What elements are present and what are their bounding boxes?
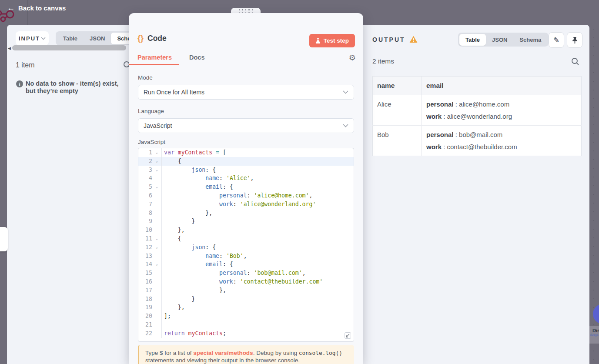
editor-label: JavaScript — [138, 139, 165, 145]
editor-hint-callout: Type $ for a list of special vars/method… — [138, 345, 354, 364]
code-line-20[interactable]: 20]; — [138, 312, 354, 321]
pin-data-button[interactable] — [567, 32, 582, 48]
code-line-5[interactable]: 5⌄ email: { — [138, 183, 354, 191]
code-text: json: { — [162, 166, 216, 174]
code-text: email: { — [162, 183, 233, 191]
code-line-4[interactable]: 4 name: 'Alice', — [138, 174, 354, 183]
line-number: 16 — [138, 277, 152, 286]
code-text: work: 'alice@wonderland.org' — [162, 200, 316, 209]
line-number: 6 — [138, 191, 152, 200]
code-text: return myContacts; — [162, 329, 226, 338]
output-tab-table[interactable]: Table — [459, 34, 486, 46]
code-line-22[interactable]: 22return myContacts; — [138, 329, 354, 338]
input-tab-json[interactable]: JSON — [84, 33, 111, 44]
cell-email: personal : bob@mail.comwork : contact@th… — [422, 126, 582, 156]
code-line-15[interactable]: 15 personal: 'bob@mail.com', — [138, 269, 354, 277]
node-title[interactable]: Code — [147, 34, 167, 43]
fold-gutter — [152, 269, 161, 277]
code-line-7[interactable]: 7 work: 'alice@wonderland.org' — [138, 200, 354, 209]
language-select[interactable]: JavaScript — [138, 118, 354, 133]
fold-gutter — [152, 191, 161, 200]
test-step-button[interactable]: Test step — [309, 34, 355, 47]
tab-docs[interactable]: Docs — [189, 54, 204, 66]
code-line-8[interactable]: 8 }, — [138, 209, 354, 217]
fold-chevron-icon[interactable]: ⌄ — [152, 166, 161, 174]
line-number: 3 — [138, 166, 152, 174]
fold-chevron-icon[interactable]: ⌄ — [152, 148, 161, 157]
output-tab-schema[interactable]: Schema — [513, 34, 547, 46]
code-line-3[interactable]: 3⌄ json: { — [138, 166, 354, 174]
code-line-21[interactable]: 21 — [138, 321, 354, 329]
chevron-down-icon — [343, 90, 348, 94]
code-line-16[interactable]: 16 work: 'contact@thebuilder.com' — [138, 277, 354, 286]
code-line-6[interactable]: 6 personal: 'alice@home.com', — [138, 191, 354, 200]
code-line-12[interactable]: 12⌄ json: { — [138, 243, 354, 252]
fold-chevron-icon[interactable]: ⌄ — [152, 260, 161, 269]
fold-gutter — [152, 295, 161, 304]
pencil-icon: ✎ — [553, 36, 559, 45]
code-editor[interactable]: 1⌄var myContacts = [2⌄ {3⌄ json: {4 name… — [138, 148, 354, 342]
active-tab-underline — [129, 64, 179, 65]
code-line-18[interactable]: 18 } — [138, 295, 354, 304]
output-col-name[interactable]: name — [373, 77, 422, 95]
code-text: var myContacts = [ — [162, 148, 226, 157]
code-text: { — [162, 157, 181, 166]
code-line-9[interactable]: 9 } — [138, 217, 354, 226]
line-number: 17 — [138, 286, 152, 295]
flask-icon — [315, 38, 321, 44]
input-horizontal-scrollbar[interactable] — [12, 45, 126, 50]
code-line-11[interactable]: 11⌄ { — [138, 234, 354, 243]
table-row[interactable]: Alicepersonal : alice@home.comwork : ali… — [373, 95, 582, 126]
input-source-dropdown[interactable]: INPUT — [16, 31, 49, 45]
code-line-1[interactable]: 1⌄var myContacts = [ — [138, 148, 354, 157]
edit-output-button[interactable]: ✎ — [549, 32, 564, 48]
fold-chevron-icon[interactable]: ⌄ — [152, 157, 161, 166]
fold-gutter — [152, 252, 161, 260]
input-tab-table[interactable]: Table — [57, 33, 84, 44]
line-number: 21 — [138, 321, 152, 329]
editor-resize-handle[interactable] — [345, 332, 351, 339]
warning-icon — [409, 36, 418, 43]
output-col-email[interactable]: email — [422, 77, 582, 95]
special-vars-link[interactable]: special vars/methods — [193, 350, 253, 356]
code-text: name: 'Alice', — [162, 174, 254, 183]
output-tab-json[interactable]: JSON — [486, 34, 513, 46]
fold-chevron-icon[interactable]: ⌄ — [152, 243, 161, 252]
panel-collapse-handle[interactable] — [0, 227, 8, 251]
fold-gutter — [152, 217, 161, 226]
code-line-10[interactable]: 10 }, — [138, 226, 354, 234]
input-panel-title: INPUT — [19, 35, 40, 42]
code-text: }, — [162, 209, 212, 217]
code-line-19[interactable]: 19 }, — [138, 303, 354, 312]
code-line-17[interactable]: 17 }, — [138, 286, 354, 295]
mode-select[interactable]: Run Once for All Items — [138, 85, 354, 100]
pin-icon — [572, 37, 578, 44]
fold-chevron-icon[interactable]: ⌄ — [152, 183, 161, 191]
code-text: }, — [162, 286, 226, 295]
workflow-logo-icon — [0, 3, 22, 24]
fold-gutter — [152, 286, 161, 295]
fold-gutter — [152, 321, 161, 329]
settings-gear-icon[interactable]: ⚙ — [349, 53, 356, 63]
input-empty-notice: i No data to show - item(s) exist, but t… — [16, 80, 125, 95]
fold-chevron-icon[interactable]: ⌄ — [152, 234, 161, 243]
n8n-node-detail-view: ← Back to canvas Dis dLega INPUT Table J… — [0, 0, 599, 364]
code-text: json: { — [162, 243, 216, 252]
code-text: personal: 'bob@mail.com', — [162, 269, 306, 277]
line-number: 9 — [138, 217, 152, 226]
code-line-13[interactable]: 13 name: 'Bob', — [138, 252, 354, 260]
output-search-icon[interactable] — [571, 57, 579, 66]
hint-text: . Debug by using — [253, 350, 299, 356]
code-line-2[interactable]: 2⌄ { — [138, 157, 354, 166]
table-row[interactable]: Bobpersonal : bob@mail.comwork : contact… — [373, 126, 582, 156]
mode-value: Run Once for All Items — [144, 89, 204, 96]
line-number: 18 — [138, 295, 152, 304]
code-text — [162, 321, 164, 329]
scroll-left-arrow-icon[interactable]: ◀ — [8, 46, 11, 50]
console-log-code: console.log() — [299, 350, 342, 356]
code-text: }, — [162, 226, 185, 234]
line-number: 15 — [138, 269, 152, 277]
fold-gutter — [152, 226, 161, 234]
code-text: { — [162, 234, 181, 243]
code-line-14[interactable]: 14⌄ email: { — [138, 260, 354, 269]
